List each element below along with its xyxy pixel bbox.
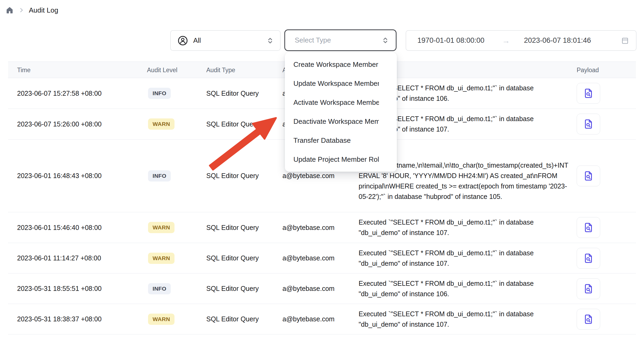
payload-button[interactable] (577, 278, 600, 299)
audit-type-cell: SQL Editor Query (206, 78, 259, 109)
chevron-right-icon (18, 7, 25, 13)
date-range-picker[interactable]: 1970-01-01 08:00:00 → 2023-06-07 18:01:4… (406, 30, 637, 51)
payload-button[interactable] (577, 309, 600, 330)
file-search-icon (583, 314, 594, 325)
payload-button[interactable] (577, 114, 600, 134)
date-range-end[interactable]: 2023-06-07 18:01:46 (524, 36, 591, 45)
audit-level-badge: WARN (148, 314, 174, 325)
file-search-icon (583, 283, 594, 294)
menu-item-transfer-database[interactable]: Transfer Database (285, 131, 397, 150)
actor-filter-select[interactable]: All (170, 30, 281, 51)
file-search-icon (583, 118, 594, 130)
time-cell: 2023-06-07 15:26:00 +08:00 (17, 109, 102, 139)
menu-item-update-project-member-role[interactable]: Update Project Member Role (285, 150, 397, 169)
page-title: Audit Log (29, 6, 58, 14)
time-cell: 2023-05-31 18:55:51 +08:00 (17, 273, 102, 304)
range-arrow-icon: → (502, 36, 510, 45)
audit-level-badge: INFO (148, 88, 171, 99)
comment-cell: Executed `"SELECT * FROM db_ui_demo.t1;"… (359, 243, 569, 273)
table-row: 2023-05-31 18:55:51 +08:00 INFO SQL Edit… (8, 273, 636, 304)
audit-type-cell: SQL Editor Query (206, 243, 259, 273)
home-icon[interactable] (5, 6, 14, 14)
comment-cell: Executed `"SELECT * FROM db_ui_demo.t1;"… (359, 212, 569, 243)
payload-button[interactable] (577, 248, 600, 269)
file-search-icon (583, 222, 594, 233)
time-cell: 2023-06-01 16:48:43 +08:00 (17, 140, 102, 212)
audit-type-cell: SQL Editor Query (206, 140, 259, 212)
col-header-payload: Payload (577, 62, 599, 78)
audit-level-badge: INFO (148, 283, 171, 294)
table-row: 2023-05-31 18:38:37 +08:00 WARN SQL Edit… (8, 304, 636, 334)
comment-cell: Executed `"SELECT * FROM db_ui_demo.t1;"… (359, 304, 569, 334)
file-search-icon (583, 253, 594, 264)
audit-level-badge: INFO (148, 170, 171, 182)
updown-chevrons-icon (266, 37, 274, 45)
time-cell: 2023-06-01 15:46:40 +08:00 (17, 212, 102, 243)
type-filter-select[interactable]: Select Type (284, 29, 397, 51)
audit-type-cell: SQL Editor Query (206, 212, 259, 243)
updown-chevrons-icon (381, 36, 389, 44)
audit-log-page: Audit Log All Select Type 1970-01-01 08:… (0, 0, 644, 339)
payload-button[interactable] (577, 83, 600, 104)
audit-type-cell: SQL Editor Query (206, 109, 259, 139)
col-header-time: Time (17, 62, 30, 78)
comment-cell: Executed `"SELECT * FROM db_ui_demo.t1;"… (359, 273, 569, 304)
actor-cell: a@bytebase.com (282, 243, 335, 273)
table-row: 2023-06-01 15:46:40 +08:00 WARN SQL Edit… (8, 212, 636, 243)
payload-button[interactable] (577, 165, 600, 186)
table-row: 2023-06-01 11:14:27 +08:00 WARN SQL Edit… (8, 243, 636, 273)
audit-type-cell: SQL Editor Query (206, 304, 259, 334)
audit-type-cell: SQL Editor Query (206, 273, 259, 304)
audit-level-badge: WARN (148, 222, 174, 233)
actor-cell: a@bytebase.com (282, 304, 335, 334)
person-circle-icon (177, 35, 188, 46)
type-filter-placeholder: Select Type (295, 36, 381, 44)
menu-item-activate-workspace-member[interactable]: Activate Workspace Member (285, 93, 397, 112)
actor-cell: a@bytebase.com (282, 212, 335, 243)
calendar-icon[interactable] (620, 36, 630, 45)
menu-item-create-workspace-member[interactable]: Create Workspace Member (285, 55, 397, 74)
menu-item-update-workspace-member[interactable]: Update Workspace Member (285, 74, 397, 93)
time-cell: 2023-06-01 11:14:27 +08:00 (17, 243, 101, 273)
time-cell: 2023-05-31 18:38:37 +08:00 (17, 304, 102, 334)
date-range-start[interactable]: 1970-01-01 08:00:00 (417, 36, 484, 45)
payload-button[interactable] (577, 217, 600, 238)
file-search-icon (583, 170, 594, 182)
time-cell: 2023-06-07 15:27:58 +08:00 (17, 78, 102, 109)
actor-cell: a@bytebase.com (282, 273, 335, 304)
audit-level-badge: WARN (148, 118, 174, 130)
actor-filter-value: All (193, 36, 266, 45)
col-header-level: Audit Level (147, 62, 177, 78)
file-search-icon (583, 88, 594, 99)
table-row-partial (8, 334, 636, 339)
col-header-type: Audit Type (206, 62, 235, 78)
type-dropdown-menu: Create Workspace Member Update Workspace… (285, 52, 397, 172)
audit-level-badge: WARN (148, 253, 174, 264)
breadcrumb: Audit Log (5, 6, 58, 14)
menu-item-deactivate-workspace-member[interactable]: Deactivate Workspace Member (285, 112, 397, 131)
